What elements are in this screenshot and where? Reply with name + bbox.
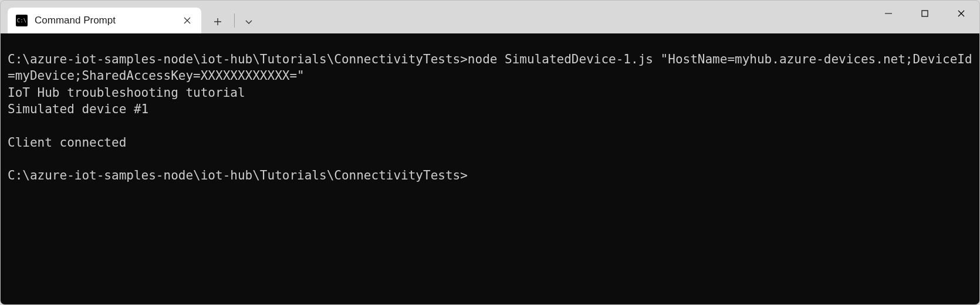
terminal-content[interactable]: C:\azure-iot-samples-node\iot-hub\Tutori…	[1, 33, 979, 304]
terminal-line: Client connected	[8, 134, 974, 151]
maximize-button[interactable]	[907, 1, 943, 26]
plus-icon	[214, 18, 222, 26]
terminal-line: Simulated device #1	[8, 101, 974, 117]
titlebar: C:\ Command Prompt	[1, 1, 979, 33]
divider	[234, 13, 235, 28]
tab-command-prompt[interactable]: C:\ Command Prompt	[8, 8, 201, 33]
terminal-line: C:\azure-iot-samples-node\iot-hub\Tutori…	[8, 51, 974, 84]
terminal-line	[8, 151, 974, 167]
maximize-icon	[921, 9, 929, 18]
window-close-button[interactable]	[943, 1, 979, 26]
chevron-down-icon	[245, 18, 253, 26]
window-controls	[870, 1, 979, 33]
minimize-button[interactable]	[870, 1, 907, 26]
terminal-line	[8, 117, 974, 134]
minimize-icon	[884, 9, 893, 18]
tab-dropdown-button[interactable]	[237, 10, 261, 33]
tab-close-button[interactable]	[179, 12, 195, 29]
tab-title: Command Prompt	[35, 15, 179, 26]
terminal-line: IoT Hub troubleshooting tutorial	[8, 84, 974, 101]
terminal-line: C:\azure-iot-samples-node\iot-hub\Tutori…	[8, 167, 974, 184]
svg-rect-5	[922, 11, 928, 16]
cmd-icon: C:\	[16, 15, 28, 26]
close-icon	[957, 9, 965, 18]
new-tab-button[interactable]	[206, 10, 229, 33]
close-icon	[184, 17, 191, 24]
tab-strip: C:\ Command Prompt	[1, 1, 261, 33]
